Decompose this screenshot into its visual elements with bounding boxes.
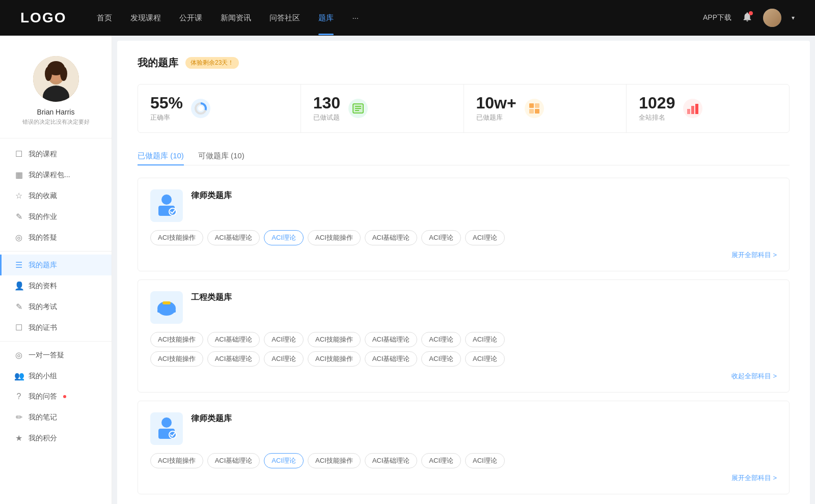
svg-point-30 xyxy=(161,417,172,428)
bank-tag[interactable]: ACI技能操作 xyxy=(150,453,203,468)
bank-tag[interactable]: ACI技能操作 xyxy=(150,332,203,347)
sidebar-divider-1 xyxy=(0,251,112,251)
bank-tag[interactable]: ACI技能操作 xyxy=(150,230,203,245)
sidebar-item-homework[interactable]: ✎ 我的作业 xyxy=(0,206,112,227)
bank-tag[interactable]: ACI理论 xyxy=(264,332,304,347)
bank-tag[interactable]: ACI理论 xyxy=(465,453,505,468)
bank-tag[interactable]: ACI基础理论 xyxy=(207,351,260,367)
sidebar-profile: Brian Harris 错误的决定比没有决定要好 xyxy=(0,51,112,138)
sidebar-item-groups[interactable]: 👥 我的小组 xyxy=(0,366,112,386)
sidebar-label-1on1: 一对一答疑 xyxy=(29,351,64,360)
bank-expand-lawyer-2[interactable]: 展开全部科目 > xyxy=(150,473,777,483)
sidebar-label-points: 我的积分 xyxy=(29,434,57,443)
sidebar-item-favorites[interactable]: ☆ 我的收藏 xyxy=(0,185,112,206)
sidebar-item-my-questions[interactable]: ? 我的问答 xyxy=(0,386,112,407)
bank-tag[interactable]: ACI理论 xyxy=(421,332,461,347)
nav-questionbank[interactable]: 题库 xyxy=(318,13,334,23)
sidebar-label-questionbank: 我的题库 xyxy=(29,261,57,270)
sidebar-item-questionbank[interactable]: ☰ 我的题库 xyxy=(0,255,112,275)
logo[interactable]: LOGO xyxy=(20,10,66,26)
sidebar-item-exams[interactable]: ✎ 我的考试 xyxy=(0,296,112,317)
sidebar-item-course-packages[interactable]: ▦ 我的课程包... xyxy=(0,164,112,185)
bank-tag[interactable]: ACI理论 xyxy=(264,351,304,367)
main-content: 我的题库 体验剩余23天！ 55% 正确率 xyxy=(117,41,810,504)
nav-home[interactable]: 首页 xyxy=(97,13,112,23)
page-header: 我的题库 体验剩余23天！ xyxy=(138,56,790,70)
main-container: Brian Harris 错误的决定比没有决定要好 ☐ 我的课程 ▦ 我的课程包… xyxy=(0,36,815,504)
points-icon: ★ xyxy=(14,433,23,443)
sidebar-item-1on1[interactable]: ◎ 一对一答疑 xyxy=(0,345,112,366)
bank-tag[interactable]: ACI技能操作 xyxy=(308,351,361,367)
bank-card-engineer: 工程类题库 ACI技能操作 ACI基础理论 ACI理论 ACI技能操作 ACI基… xyxy=(138,279,790,393)
nav-right: APP下载 ▾ xyxy=(703,9,795,27)
bank-tag[interactable]: ACI基础理论 xyxy=(365,453,418,468)
bank-tag-active[interactable]: ACI理论 xyxy=(264,453,304,468)
nav-qa[interactable]: 问答社区 xyxy=(269,13,300,23)
sidebar-item-questions[interactable]: ◎ 我的答疑 xyxy=(0,227,112,248)
svg-rect-28 xyxy=(162,301,171,304)
bank-tag[interactable]: ACI理论 xyxy=(421,351,461,367)
bank-tag[interactable]: ACI基础理论 xyxy=(207,230,260,245)
nav-links: 首页 发现课程 公开课 新闻资讯 问答社区 题库 ··· xyxy=(97,13,703,23)
trial-badge: 体验剩余23天！ xyxy=(185,57,239,69)
favorites-icon: ☆ xyxy=(14,191,23,201)
bank-tag[interactable]: ACI理论 xyxy=(465,351,505,367)
tab-done-banks[interactable]: 已做题库 (10) xyxy=(138,147,184,165)
profile-icon: 👤 xyxy=(14,281,23,291)
bank-collapse-engineer[interactable]: 收起全部科目 > xyxy=(150,372,777,381)
sidebar-item-notes[interactable]: ✏ 我的笔记 xyxy=(0,407,112,428)
bank-tag[interactable]: ACI基础理论 xyxy=(365,332,418,347)
bank-tag-active[interactable]: ACI理论 xyxy=(264,230,304,245)
notification-bell[interactable] xyxy=(742,11,753,24)
certificates-icon: ☐ xyxy=(14,323,23,332)
lawyer-bank-icon-2 xyxy=(150,412,183,445)
svg-rect-17 xyxy=(529,109,534,114)
notes-icon: ✏ xyxy=(14,412,23,422)
notification-dot xyxy=(749,11,753,15)
sidebar-divider-2 xyxy=(0,341,112,342)
questions-notification-dot xyxy=(63,395,66,398)
stat-ranking-number: 1029 xyxy=(639,95,675,111)
user-menu-chevron[interactable]: ▾ xyxy=(792,14,795,21)
bank-card-lawyer-1: 律师类题库 ACI技能操作 ACI基础理论 ACI理论 ACI技能操作 ACI基… xyxy=(138,178,790,271)
svg-rect-26 xyxy=(157,310,176,313)
nav-news[interactable]: 新闻资讯 xyxy=(221,13,251,23)
bank-tag[interactable]: ACI理论 xyxy=(421,230,461,245)
bank-tag[interactable]: ACI理论 xyxy=(465,230,505,245)
user-avatar[interactable] xyxy=(763,9,781,27)
bank-tag[interactable]: ACI理论 xyxy=(421,453,461,468)
bank-tag[interactable]: ACI技能操作 xyxy=(150,351,203,367)
bank-tag[interactable]: ACI基础理论 xyxy=(207,332,260,347)
donut-chart-icon xyxy=(194,101,208,116)
stat-done-questions: 130 已做试题 xyxy=(301,85,464,132)
sidebar-item-my-courses[interactable]: ☐ 我的课程 xyxy=(0,144,112,164)
sidebar-item-certificates[interactable]: ☐ 我的证书 xyxy=(0,317,112,338)
stat-done-banks-number: 10w+ xyxy=(476,95,517,111)
svg-point-6 xyxy=(60,67,67,81)
sidebar-label-favorites: 我的收藏 xyxy=(29,191,57,201)
bank-tag[interactable]: ACI基础理论 xyxy=(365,351,418,367)
exams-icon: ✎ xyxy=(14,302,23,312)
bank-card-lawyer-2: 律师类题库 ACI技能操作 ACI基础理论 ACI理论 ACI技能操作 ACI基… xyxy=(138,401,790,494)
nav-discover[interactable]: 发现课程 xyxy=(130,13,161,23)
sidebar-menu: ☐ 我的课程 ▦ 我的课程包... ☆ 我的收藏 ✎ 我的作业 ◎ 我的答疑 ☰ xyxy=(0,144,112,449)
app-download-button[interactable]: APP下载 xyxy=(703,13,731,22)
svg-rect-20 xyxy=(691,106,694,114)
bank-tag[interactable]: ACI技能操作 xyxy=(308,230,361,245)
nav-open-course[interactable]: 公开课 xyxy=(179,13,202,23)
bank-tag[interactable]: ACI理论 xyxy=(465,332,505,347)
nav-more[interactable]: ··· xyxy=(352,13,359,23)
svg-point-22 xyxy=(161,194,172,205)
tab-available-banks[interactable]: 可做题库 (10) xyxy=(198,147,244,165)
sidebar-label-my-questions: 我的问答 xyxy=(29,392,57,401)
bank-expand-lawyer-1[interactable]: 展开全部科目 > xyxy=(150,250,777,260)
sidebar-item-points[interactable]: ★ 我的积分 xyxy=(0,428,112,449)
bank-tag[interactable]: ACI技能操作 xyxy=(308,332,361,347)
bank-tag[interactable]: ACI技能操作 xyxy=(308,453,361,468)
avatar-image xyxy=(33,56,79,102)
bank-tag[interactable]: ACI基础理论 xyxy=(365,230,418,245)
bank-name-lawyer-1: 律师类题库 xyxy=(191,191,232,200)
sidebar-label-certificates: 我的证书 xyxy=(29,323,57,332)
sidebar-item-profile[interactable]: 👤 我的资料 xyxy=(0,275,112,296)
bank-tag[interactable]: ACI基础理论 xyxy=(207,453,260,468)
